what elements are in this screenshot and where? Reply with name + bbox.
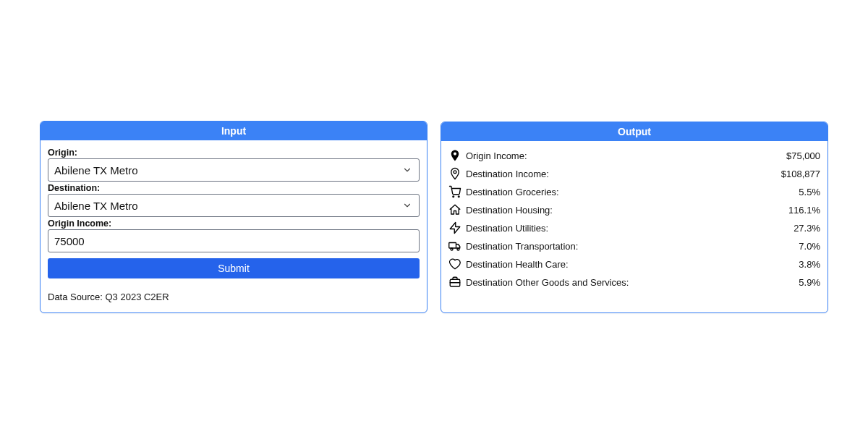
output-row: Destination Utilities:27.3% [448,219,820,237]
map-pin-outline-icon [448,167,466,180]
output-row-label: Destination Utilities: [466,223,548,234]
svg-rect-4 [449,243,456,249]
output-row-label: Destination Other Goods and Services: [466,277,629,288]
output-row: Origin Income:$75,000 [448,147,820,165]
home-icon [448,203,466,216]
submit-button[interactable]: Submit [48,258,420,278]
destination-label: Destination: [48,183,420,193]
output-row-value: $75,000 [786,150,820,161]
input-panel-body: Origin: Destination: Origin Income: Subm… [41,140,427,312]
input-panel: Input Origin: Destination: Origin Income… [40,121,427,313]
origin-label: Origin: [48,148,420,158]
output-row: Destination Groceries:5.5% [448,183,820,201]
output-row-label: Destination Health Care: [466,259,569,270]
truck-icon [448,239,466,252]
output-row: Destination Transportation:7.0% [448,237,820,255]
output-row-value: 27.3% [793,223,820,234]
map-pin-filled-icon [448,149,466,162]
destination-select-wrap [48,194,420,217]
output-row-label: Destination Transportation: [466,241,578,252]
output-row-value: 5.5% [799,187,820,197]
svg-point-2 [458,196,459,197]
bolt-icon [448,221,466,234]
origin-income-input[interactable] [48,229,420,252]
input-panel-header: Input [41,122,427,140]
svg-point-0 [454,171,456,174]
origin-select[interactable] [48,158,420,182]
svg-point-6 [457,248,459,250]
output-row: Destination Income:$108,877 [448,165,820,183]
output-panel-header: Output [441,122,827,141]
svg-point-1 [453,196,454,197]
output-row: Destination Other Goods and Services:5.9… [448,273,820,292]
output-row: Destination Housing:116.1% [448,201,820,219]
origin-select-wrap [48,158,420,182]
briefcase-icon [448,276,466,289]
output-row-value: $108,877 [781,169,820,179]
heart-icon [448,258,466,271]
output-row: Destination Health Care:3.8% [448,255,820,273]
output-row-label: Destination Income: [466,169,549,179]
output-row-value: 7.0% [799,241,820,252]
origin-income-label: Origin Income: [48,218,420,229]
destination-select[interactable] [48,194,420,217]
output-row-label: Destination Housing: [466,205,553,216]
output-row-label: Destination Groceries: [466,187,559,197]
output-panel: Output Origin Income:$75,000Destination … [441,122,828,313]
output-row-label: Origin Income: [466,150,527,161]
output-row-value: 3.8% [799,259,820,270]
svg-marker-3 [450,223,460,234]
output-row-value: 116.1% [788,205,820,216]
cart-icon [448,185,466,198]
svg-point-5 [451,248,453,250]
output-row-value: 5.9% [799,277,820,288]
data-source-text: Data Source: Q3 2023 C2ER [48,292,420,302]
output-panel-body: Origin Income:$75,000Destination Income:… [441,141,827,302]
